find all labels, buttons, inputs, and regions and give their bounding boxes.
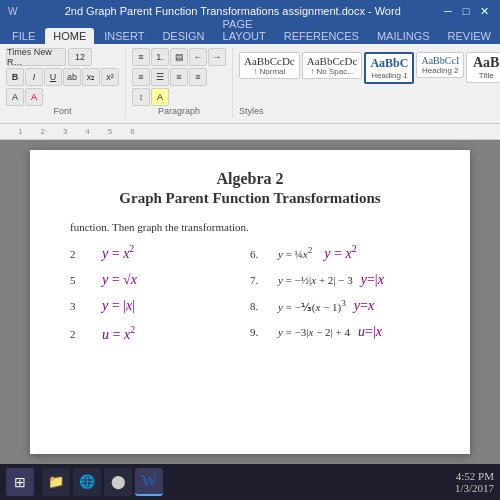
prob-num-2: 5 (70, 274, 94, 286)
prob-num-6: 6. (250, 248, 274, 260)
prob-answer-6: y = x2 (324, 243, 356, 262)
superscript-button[interactable]: x² (101, 68, 119, 86)
prob-answer-2: y = √x (102, 272, 137, 288)
problems-grid: 2 y = x2 5 y = √x 3 y = |x| 2 u = x2 (70, 243, 430, 352)
prob-num-1: 2 (70, 248, 94, 260)
justify-button[interactable]: ≡ (189, 68, 207, 86)
multilevel-button[interactable]: ▤ (170, 48, 188, 66)
problem-row-3: 3 y = |x| (70, 298, 250, 314)
strikethrough-button[interactable]: ab (63, 68, 81, 86)
window-controls[interactable]: ─ □ ✕ (440, 3, 492, 19)
spacing-buttons: ↕ A (132, 88, 226, 106)
prob-answer-7: y=|x (361, 272, 384, 288)
taskbar-icons: 📁 🌐 ⬤ W (42, 468, 163, 496)
style-normal-label: ↑ Normal (253, 67, 285, 76)
prob-answer-3: y = |x| (102, 298, 135, 314)
prob-answer-9: u=|x (358, 324, 382, 340)
increase-indent-button[interactable]: → (208, 48, 226, 66)
taskbar-time: 4:52 PM 1/3/2017 (455, 470, 494, 494)
font-group-label: Font (53, 106, 71, 118)
subscript-button[interactable]: x₂ (82, 68, 100, 86)
style-heading2-label: Heading 2 (422, 66, 458, 75)
prob-answer-1: y = x2 (102, 243, 134, 262)
maximize-button[interactable]: □ (458, 3, 474, 19)
text-highlight-button[interactable]: A (6, 88, 24, 106)
ribbon-group-paragraph: ≡ 1. ▤ ← → ≡ ☰ ≡ ≡ ↕ A (132, 48, 233, 118)
clock-date: 1/3/2017 (455, 482, 494, 494)
style-no-spacing-label: ↑ No Spac... (310, 67, 354, 76)
tab-file[interactable]: FILE (4, 28, 43, 44)
align-right-button[interactable]: ≡ (170, 68, 188, 86)
taskbar-icon-word[interactable]: W (135, 468, 163, 496)
align-buttons: ≡ ☰ ≡ ≡ (132, 68, 226, 86)
document-area[interactable]: Algebra 2 Graph Parent Function Transfor… (0, 140, 500, 464)
prob-num-3: 3 (70, 300, 94, 312)
align-left-button[interactable]: ≡ (132, 68, 150, 86)
prob-num-8: 8. (250, 300, 274, 312)
problem-row-4: 2 u = x2 (70, 324, 250, 343)
start-button[interactable]: ⊞ (6, 468, 34, 496)
style-heading1[interactable]: AaBbC Heading 1 (364, 52, 414, 84)
styles-group-label: Styles (239, 106, 500, 118)
bullets-button[interactable]: ≡ (132, 48, 150, 66)
ribbon-group-styles: AaBbCcDc ↑ Normal AaBbCcDc ↑ No Spac... … (239, 48, 500, 118)
prob-num-9: 9. (250, 326, 274, 338)
clock-time: 4:52 PM (455, 470, 494, 482)
shading-button[interactable]: A (151, 88, 169, 106)
ribbon-group-font: Times New R… 12 B I U ab x₂ x² A A (6, 48, 126, 118)
style-no-spacing-preview: AaBbCcDc (307, 55, 358, 67)
style-no-spacing[interactable]: AaBbCcDc ↑ No Spac... (302, 52, 363, 79)
tab-home[interactable]: HOME (45, 28, 94, 44)
prob-num-4: 2 (70, 328, 94, 340)
instruction-text: function. Then graph the transformation. (70, 221, 249, 233)
tab-insert[interactable]: INSERT (96, 28, 152, 44)
style-normal-preview: AaBbCcDc (244, 55, 295, 67)
style-normal[interactable]: AaBbCcDc ↑ Normal (239, 52, 300, 79)
decrease-indent-button[interactable]: ← (189, 48, 207, 66)
problem-row-8: 8. y = −⅓(x − 1)3 y=x (250, 298, 430, 315)
prob-num-7: 7. (250, 274, 274, 286)
problems-right-column: 6. y = ¼x2 y = x2 7. y = −½|x + 2| − 3 y… (250, 243, 430, 352)
style-heading2-preview: AaBbCcI (421, 55, 459, 66)
minimize-button[interactable]: ─ (440, 3, 456, 19)
style-items-container: AaBbCcDc ↑ Normal AaBbCcDc ↑ No Spac... … (239, 48, 500, 106)
problems-left-column: 2 y = x2 5 y = √x 3 y = |x| 2 u = x2 (70, 243, 250, 352)
underline-button[interactable]: U (44, 68, 62, 86)
italic-button[interactable]: I (25, 68, 43, 86)
style-heading1-preview: AaBbC (370, 56, 408, 71)
font-format-row: B I U ab x₂ x² (6, 68, 119, 86)
word-window: W 2nd Graph Parent Function Transformati… (0, 0, 500, 464)
tab-design[interactable]: DESIGN (154, 28, 212, 44)
document-subtitle: Graph Parent Function Transformations (70, 190, 430, 207)
prob-text-6: y = ¼x2 (278, 245, 312, 260)
font-size-box[interactable]: 12 (68, 48, 92, 66)
problem-row-9: 9. y = −3|x − 2| + 4 u=|x (250, 324, 430, 340)
bold-button[interactable]: B (6, 68, 24, 86)
font-controls: Times New R… 12 B I U ab x₂ x² A A (6, 48, 119, 106)
problem-row-7: 7. y = −½|x + 2| − 3 y=|x (250, 272, 430, 288)
prob-text-8: y = −⅓(x − 1)3 (278, 298, 346, 314)
line-spacing-button[interactable]: ↕ (132, 88, 150, 106)
tab-mailings[interactable]: MAILINGS (369, 28, 438, 44)
problem-row-1: 2 y = x2 (70, 243, 250, 262)
close-button[interactable]: ✕ (476, 3, 492, 19)
document-instruction: function. Then graph the transformation. (70, 221, 430, 233)
tab-page-layout[interactable]: PAGE LAYOUT (215, 16, 274, 44)
taskbar: ⊞ 📁 🌐 ⬤ W 4:52 PM 1/3/2017 (0, 464, 500, 500)
prob-text-9: y = −3|x − 2| + 4 (278, 326, 350, 338)
numbering-button[interactable]: 1. (151, 48, 169, 66)
font-color-button[interactable]: A (25, 88, 43, 106)
ribbon-tabs: FILE HOME INSERT DESIGN PAGE LAYOUT REFE… (0, 22, 500, 44)
style-title-label: Title (479, 71, 494, 80)
taskbar-right: 4:52 PM 1/3/2017 (455, 470, 494, 494)
style-title[interactable]: AaB Title (466, 52, 500, 83)
tab-references[interactable]: REFERENCES (276, 28, 367, 44)
align-center-button[interactable]: ☰ (151, 68, 169, 86)
taskbar-icon-browser[interactable]: 🌐 (73, 468, 101, 496)
taskbar-icon-explorer[interactable]: 📁 (42, 468, 70, 496)
taskbar-icon-chrome[interactable]: ⬤ (104, 468, 132, 496)
font-name-box[interactable]: Times New R… (6, 48, 66, 66)
style-heading2[interactable]: AaBbCcI Heading 2 (416, 52, 464, 78)
style-heading1-label: Heading 1 (371, 71, 407, 80)
tab-review[interactable]: REVIEW (440, 28, 499, 44)
